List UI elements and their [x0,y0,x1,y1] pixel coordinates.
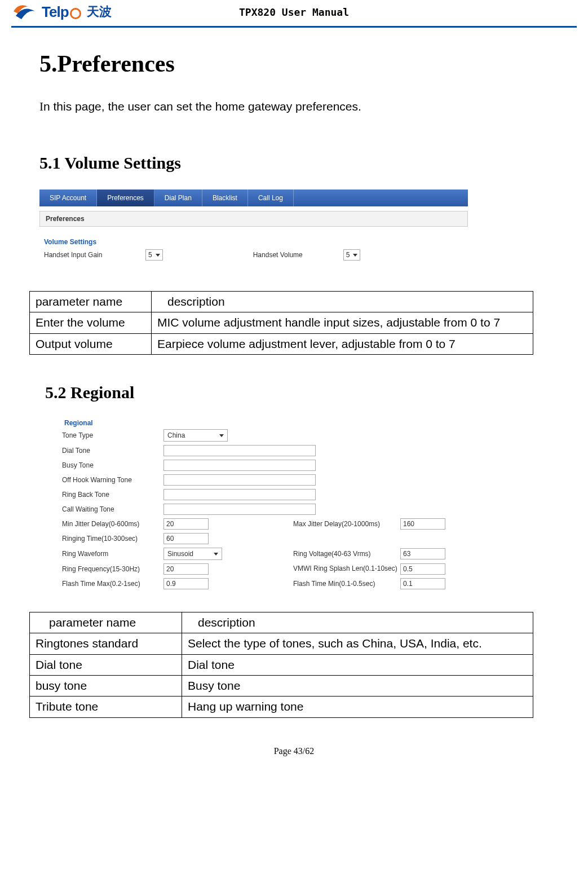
heading-regional: 5.2 Regional [45,383,549,402]
brand-logo-text: Telp [42,3,69,21]
doc-title: TPX820 User Manual [239,6,349,18]
input-flash-time-max[interactable]: 0.9 [163,578,209,589]
cell-description: Dial tone [182,654,533,675]
label-max-jitter-delay: Max Jitter Delay(20-1000ms) [293,520,400,528]
label-handset-volume: Handset Volume [253,251,343,259]
input-off-hook-warning[interactable] [163,474,316,486]
table-row: busy tone Busy tone [30,676,533,697]
label-flash-time-max: Flash Time Max(0.2-1sec) [62,580,163,588]
table-header-row: parameter name description [30,612,533,633]
tab-preferences[interactable]: Preferences [97,189,154,206]
cell-description: Busy tone [182,676,533,697]
label-ring-frequency: Ring Frequency(15-30Hz) [62,565,163,573]
pdf-header: Telp 天波 TPX820 User Manual [0,0,588,23]
tab-call-log[interactable]: Call Log [248,189,294,206]
th-description: description [182,612,533,633]
input-max-jitter-delay[interactable]: 160 [400,518,445,530]
cell-param-name: Tribute tone [30,697,182,717]
logo-o-icon [70,8,81,19]
label-off-hook-warning: Off Hook Warning Tone [62,476,163,484]
label-flash-time-min: Flash Time Min(0.1-0.5sec) [293,580,400,588]
select-value: 5 [346,250,350,260]
label-vmwi-ring-splash: VMWI Ring Splash Len(0.1-10sec) [293,565,400,572]
legend-regional: Regional [64,419,507,427]
cell-param-name: Ringtones standard [30,633,182,654]
input-busy-tone[interactable] [163,460,316,471]
cell-description: Hang up warning tone [182,697,533,717]
table-row: Dial tone Dial tone [30,654,533,675]
tab-blacklist[interactable]: Blacklist [202,189,248,206]
label-tone-type: Tone Type [62,431,163,439]
telpo-mark-icon [11,1,38,23]
select-value: China [167,431,185,439]
input-flash-time-min[interactable]: 0.1 [400,578,445,589]
label-busy-tone: Busy Tone [62,461,163,469]
cell-param-name: busy tone [30,676,182,697]
input-ring-voltage[interactable]: 63 [400,548,445,559]
select-handset-input-gain[interactable]: 5 [145,249,163,261]
heading-preferences: 5.Preferences [39,50,549,77]
label-ringing-time: Ringing Time(10-300sec) [62,535,163,543]
label-call-waiting-tone: Call Waiting Tone [62,505,163,513]
intro-text: In this page, the user can set the home … [39,100,549,114]
select-value: Sinusoid [167,550,193,558]
select-tone-type[interactable]: China [163,429,228,442]
legend-volume-settings: Volume Settings [44,238,468,246]
label-ring-waveform: Ring Waveform [62,550,163,558]
volume-param-table: parameter name description Enter the vol… [29,291,533,355]
label-dial-tone: Dial Tone [62,447,163,455]
screenshot-volume-settings: SIP Account Preferences Dial Plan Blackl… [39,189,468,280]
input-ring-back-tone[interactable] [163,489,316,500]
header-rule [11,26,577,28]
heading-volume-settings: 5.1 Volume Settings [39,153,549,173]
th-description: description [152,292,533,312]
brand-logo: Telp 天波 [11,1,112,23]
caret-down-icon [219,434,224,437]
cell-description: MIC volume adjustment handle input sizes… [152,312,533,333]
page-footer: Page 43/62 [0,746,588,756]
label-ring-voltage: Ring Voltage(40-63 Vrms) [293,550,400,558]
brand-logo-cn: 天波 [87,3,112,20]
table-header-row: parameter name description [30,292,533,312]
caret-down-icon [353,254,357,257]
cell-description: Earpiece volume adjustment lever, adjust… [152,333,533,354]
tab-sip-account[interactable]: SIP Account [39,189,97,206]
config-tab-bar: SIP Account Preferences Dial Plan Blackl… [39,189,468,206]
cell-param-name: Output volume [30,333,152,354]
select-value: 5 [148,250,152,260]
table-row: Enter the volume MIC volume adjustment h… [30,312,533,333]
cell-description: Select the type of tones, such as China,… [182,633,533,654]
caret-down-icon [214,553,218,556]
table-row: Tribute tone Hang up warning tone [30,697,533,717]
caret-down-icon [156,254,160,257]
group-header-preferences: Preferences [39,211,468,227]
input-dial-tone[interactable] [163,445,316,456]
regional-param-table: parameter name description Ringtones sta… [29,612,533,718]
label-ring-back-tone: Ring Back Tone [62,491,163,499]
tab-dial-plan[interactable]: Dial Plan [154,189,202,206]
input-ringing-time[interactable]: 60 [163,533,209,544]
cell-param-name: Enter the volume [30,312,152,333]
input-min-jitter-delay[interactable]: 20 [163,518,209,530]
screenshot-regional: Regional Tone Type China Dial Tone Busy … [62,419,507,589]
th-parameter-name: parameter name [30,292,152,312]
label-min-jitter-delay: Min Jitter Delay(0-600ms) [62,520,163,528]
input-vmwi-ring-splash[interactable]: 0.5 [400,563,445,575]
input-call-waiting-tone[interactable] [163,504,316,515]
select-handset-volume[interactable]: 5 [343,249,361,261]
table-row: Ringtones standard Select the type of to… [30,633,533,654]
label-handset-input-gain: Handset Input Gain [44,251,145,259]
input-ring-frequency[interactable]: 20 [163,563,209,575]
table-row: Output volume Earpiece volume adjustment… [30,333,533,354]
th-parameter-name: parameter name [30,612,182,633]
select-ring-waveform[interactable]: Sinusoid [163,548,222,560]
cell-param-name: Dial tone [30,654,182,675]
